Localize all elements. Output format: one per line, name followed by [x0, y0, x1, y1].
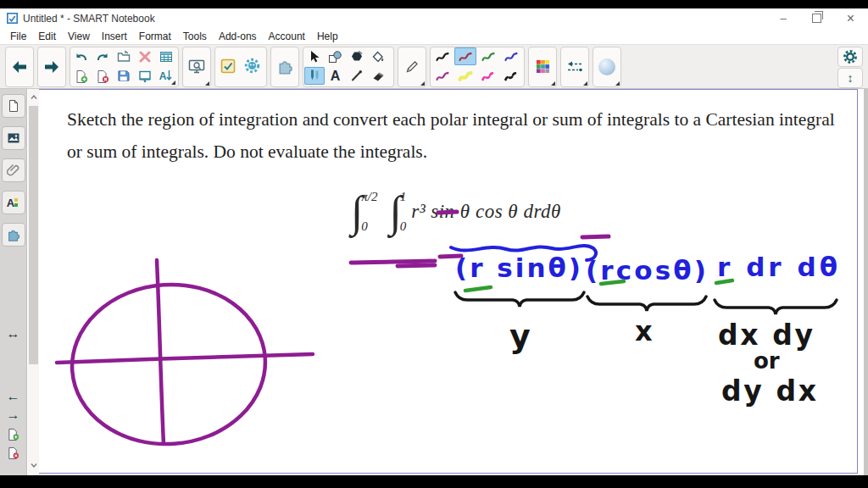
line-tool-button[interactable]	[346, 67, 367, 86]
sidebar-puzzle-icon	[6, 227, 21, 242]
right-scrollbar[interactable]	[864, 89, 868, 475]
sidebar-delete-page-button[interactable]	[3, 443, 25, 462]
table-button[interactable]	[155, 47, 176, 66]
problem-statement: Sketch the region of integration and con…	[67, 103, 851, 168]
fill-tool-button[interactable]	[367, 47, 388, 66]
move-toolbar-icon: ↕	[848, 71, 854, 85]
squiggle-green-icon	[481, 51, 496, 63]
squiggle-yellow-icon	[458, 70, 473, 82]
checkbox-icon	[220, 58, 236, 74]
back-button[interactable]	[5, 47, 34, 87]
pen-style-red[interactable]	[453, 47, 476, 66]
pen-style-pink-dashed[interactable]	[476, 67, 499, 86]
delete-button[interactable]	[134, 47, 155, 66]
forward-arrow-icon	[43, 60, 60, 74]
pen-style-yellow-highlighter[interactable]	[453, 67, 476, 86]
magic-pen-button[interactable]	[398, 47, 426, 87]
properties-button[interactable]: A	[2, 191, 25, 214]
menu-help[interactable]: Help	[311, 30, 344, 42]
menu-view[interactable]: View	[62, 30, 96, 42]
screen-capture-button[interactable]	[182, 47, 211, 87]
paperclip-icon	[7, 164, 20, 177]
screen-shade-button[interactable]	[134, 67, 155, 86]
squiggle-blue-icon	[504, 51, 519, 63]
line-properties-button[interactable]	[560, 47, 589, 87]
squiggle-magenta-icon	[435, 70, 450, 82]
properties-bars-icon	[14, 197, 19, 208]
table-icon	[159, 50, 173, 64]
restore-button[interactable]	[812, 14, 821, 23]
minimize-button[interactable]: –	[780, 13, 786, 24]
add-page-button[interactable]	[70, 67, 92, 86]
next-page-button[interactable]: →	[3, 406, 25, 424]
eraser-tool-button[interactable]	[367, 67, 388, 86]
purple-circle-sketch	[57, 260, 313, 451]
page-canvas[interactable]: Sketch the region of integration and con…	[28, 89, 858, 474]
delete-page-button[interactable]	[92, 67, 113, 86]
attachments-button[interactable]	[2, 158, 25, 182]
select-tool-button[interactable]	[303, 47, 325, 66]
polygon-tool-button[interactable]	[346, 47, 367, 66]
handwritten-factor-y: (r sinθ)	[455, 252, 581, 283]
vertical-scrollbar[interactable]	[28, 89, 39, 474]
shapes-tool-button[interactable]	[325, 47, 346, 66]
scrollbar-thumb[interactable]	[29, 106, 38, 364]
pens-icon	[309, 69, 320, 83]
pens-tool-button[interactable]	[303, 67, 325, 86]
pen-style-blue[interactable]	[499, 47, 522, 66]
squiggle-black-dashed-icon	[504, 70, 519, 82]
title-bar: Untitled * - SMART Notebook – ×	[0, 8, 868, 28]
gear-icon	[843, 49, 858, 64]
redo-icon	[96, 50, 109, 64]
previous-page-button[interactable]: ←	[3, 387, 25, 406]
cursor-icon	[308, 50, 320, 64]
scroll-up-button[interactable]	[28, 91, 39, 103]
menu-edit[interactable]: Edit	[32, 30, 62, 42]
addons-button[interactable]	[270, 47, 299, 87]
page-sorter-button[interactable]	[2, 94, 25, 118]
redo-button[interactable]	[92, 47, 113, 66]
scroll-down-button[interactable]	[28, 459, 39, 472]
assessment-group	[214, 47, 267, 87]
main-area: A ↔ ← → Sketch the region of integration…	[0, 89, 868, 475]
menu-account[interactable]: Account	[263, 30, 311, 42]
menu-file[interactable]: File	[4, 30, 32, 42]
ink-presenter-button[interactable]	[593, 47, 621, 87]
toolbar: A	[0, 44, 868, 89]
pen-style-green[interactable]	[476, 47, 499, 66]
inner-upper-limit: 1	[400, 190, 407, 204]
extend-page-button[interactable]: ↔	[3, 324, 25, 343]
gallery-icon	[7, 131, 20, 145]
pen-style-black-dashed[interactable]	[499, 67, 522, 86]
shapes-icon	[328, 50, 342, 64]
undo-button[interactable]	[70, 47, 92, 66]
sidebar-add-page-button[interactable]	[3, 424, 25, 443]
sort-button[interactable]: A	[155, 67, 176, 86]
color-palette-button[interactable]	[528, 47, 557, 87]
menu-addons[interactable]: Add-ons	[213, 30, 263, 42]
menu-tools[interactable]: Tools	[177, 30, 213, 42]
toolbar-settings-button[interactable]	[837, 47, 863, 67]
forward-button[interactable]	[37, 47, 66, 87]
pen-style-magenta[interactable]	[431, 67, 453, 86]
gallery-button[interactable]	[2, 126, 25, 150]
window-title: Untitled * - SMART Notebook	[23, 13, 155, 25]
close-button[interactable]: ×	[847, 13, 854, 24]
add-page-icon	[75, 69, 88, 83]
toolbar-move-button[interactable]: ↕	[837, 68, 863, 88]
chevron-up-icon	[31, 95, 37, 99]
back-arrow-icon	[11, 60, 28, 74]
line-icon	[350, 69, 363, 82]
sort-arrow-icon	[166, 70, 172, 81]
response-button[interactable]	[215, 47, 240, 85]
open-file-button[interactable]	[113, 47, 134, 66]
menu-insert[interactable]: Insert	[96, 30, 133, 42]
menu-format[interactable]: Format	[133, 30, 177, 42]
sidebar-addons-button[interactable]	[2, 223, 25, 247]
pen-style-black[interactable]	[431, 47, 453, 66]
handwritten-label-y: y	[509, 318, 531, 355]
text-tool-button[interactable]: A	[325, 67, 346, 86]
save-button[interactable]	[113, 67, 134, 86]
activity-builder-button[interactable]	[240, 47, 264, 85]
handwritten-dx-dy: dx dy	[718, 319, 813, 352]
